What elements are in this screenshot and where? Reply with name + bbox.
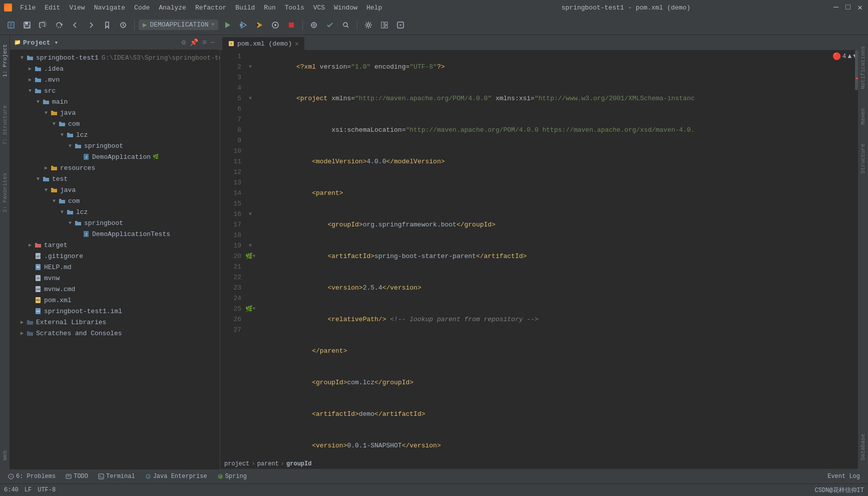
sidebar-right-database[interactable]: Database — [859, 430, 867, 464]
code-editor[interactable]: <?xml version="1.0" encoding="UTF-8"?> <… — [255, 50, 851, 458]
gutter-line-20[interactable]: 🌿 ▼ — [245, 251, 255, 262]
tree-arrow-springboot[interactable]: ▼ — [66, 142, 74, 150]
terminal-btn[interactable]: Terminal — [94, 472, 139, 481]
tree-item-scratches[interactable]: ▶ Scratches and Consoles — [10, 328, 220, 339]
tree-arrow-test-java[interactable]: ▼ — [42, 186, 50, 194]
tree-arrow-main[interactable]: ▼ — [34, 98, 42, 106]
menu-code[interactable]: Code — [130, 3, 154, 13]
project-settings-icon[interactable]: ⚙ — [181, 37, 187, 48]
sidebar-label-web[interactable]: Web — [1, 446, 9, 464]
tree-item-mvnwcmd[interactable]: ▶ cmd mvnw.cmd — [10, 284, 220, 295]
menu-edit[interactable]: Edit — [41, 3, 64, 13]
menu-analyze[interactable]: Analyze — [155, 3, 190, 13]
toolbar-history-btn[interactable] — [116, 18, 130, 32]
run-btn[interactable] — [220, 18, 234, 32]
sidebar-label-structure[interactable]: 7: Structure — [1, 101, 9, 149]
tree-item-java[interactable]: ▼ java — [10, 107, 220, 118]
menu-vcs[interactable]: VCS — [309, 3, 329, 13]
stop-btn[interactable] — [284, 18, 298, 32]
menu-view[interactable]: View — [65, 3, 89, 13]
settings-btn[interactable] — [361, 18, 375, 32]
toolbar-forward-btn[interactable] — [84, 18, 98, 32]
tab-close-pomxml[interactable]: ✕ — [295, 40, 298, 48]
tree-arrow-resources[interactable]: ▶ — [42, 164, 50, 172]
toolbar-project-icon[interactable] — [4, 18, 18, 32]
tree-item-src[interactable]: ▼ src — [10, 85, 220, 96]
breadcrumb-project[interactable]: project — [224, 460, 249, 467]
gutter-line-2[interactable]: ▼ — [245, 62, 255, 72]
tree-item-test-com[interactable]: ▼ com — [10, 195, 220, 206]
tree-item-test-springboot[interactable]: ▼ springboot — [10, 217, 220, 228]
debug-btn[interactable] — [236, 18, 250, 32]
tree-item-springboot[interactable]: ▼ springboot — [10, 140, 220, 151]
problems-btn[interactable]: ! 6: Problems — [4, 472, 60, 481]
tab-pomxml[interactable]: X pom.xml (demo) ✕ — [222, 37, 304, 50]
profile-btn[interactable] — [268, 18, 282, 32]
tree-item-root[interactable]: ▼ springboot-test1 G:\IDEA\S3\Spring\spr… — [10, 52, 220, 63]
tree-item-com[interactable]: ▼ com — [10, 118, 220, 129]
tree-item-demoapptest[interactable]: ▶ J DemoApplicationTests — [10, 228, 220, 239]
menu-run[interactable]: Run — [260, 3, 279, 13]
tree-item-demoapplication[interactable]: ▶ J DemoApplication 🌿 — [10, 151, 220, 162]
menu-window[interactable]: Window — [330, 3, 361, 13]
sidebar-right-maven[interactable]: Maven — [859, 104, 867, 129]
sidebar-right-structure[interactable]: Structure — [859, 140, 867, 177]
tree-item-target[interactable]: ▶ target — [10, 239, 220, 251]
project-pin-icon[interactable]: 📌 — [189, 37, 199, 48]
tree-item-mvnw[interactable]: ▶ sh mvnw — [10, 273, 220, 284]
coverage-btn[interactable] — [252, 18, 266, 32]
tree-item-pomxml[interactable]: ▶ XML pom.xml — [10, 295, 220, 306]
status-encoding[interactable]: UTF-8 — [38, 486, 56, 493]
tree-item-lcz[interactable]: ▼ lcz — [10, 129, 220, 140]
tree-item-helpmd[interactable]: ▶ MD HELP.md — [10, 262, 220, 273]
spring-btn[interactable]: 🌿 Spring — [213, 472, 251, 481]
menu-tools[interactable]: Tools — [281, 3, 308, 13]
sidebar-label-project[interactable]: 1: Project — [1, 40, 9, 81]
tree-arrow-test-springboot[interactable]: ▼ — [66, 219, 74, 227]
sidebar-right-notifications[interactable]: Notifications — [859, 42, 867, 93]
tree-arrow-mvn[interactable]: ▶ — [26, 76, 34, 84]
menu-file[interactable]: File — [16, 3, 40, 13]
breadcrumb-parent[interactable]: parent — [257, 460, 279, 467]
status-lf[interactable]: LF — [25, 486, 32, 493]
tree-arrow-src[interactable]: ▼ — [26, 87, 34, 95]
tree-item-mvn[interactable]: ▶ .mvn — [10, 74, 220, 85]
project-gear-icon[interactable]: ≡ — [201, 38, 207, 48]
right-scrollbar[interactable]: 🔴 4 ▲ ▼ — [851, 50, 858, 458]
menu-build[interactable]: Build — [231, 3, 259, 13]
tree-item-resources[interactable]: ▶ resources — [10, 162, 220, 173]
toolbar-search-btn[interactable] — [339, 18, 353, 32]
gutter-line-5[interactable]: ▼ — [245, 93, 255, 104]
gutter-line-25[interactable]: 🌿 ▼ — [245, 304, 255, 314]
java-enterprise-btn[interactable]: J Java Enterprise — [141, 472, 211, 481]
gutter-line-16[interactable]: ▼ — [245, 209, 255, 219]
toolbar-save-btn[interactable] — [20, 18, 34, 32]
tree-item-test-java[interactable]: ▼ java — [10, 184, 220, 195]
tree-item-test-lcz[interactable]: ▼ lcz — [10, 206, 220, 217]
status-line-col[interactable]: 6:40 — [4, 486, 19, 493]
event-log-btn[interactable]: Event Log — [823, 472, 864, 481]
tree-arrow-java[interactable]: ▼ — [42, 109, 50, 117]
tree-arrow-test[interactable]: ▼ — [34, 175, 42, 183]
project-close-icon[interactable]: ─ — [210, 38, 216, 48]
toolbar-save-all-btn[interactable] — [36, 18, 50, 32]
close-button[interactable]: ✕ — [856, 4, 864, 12]
tree-arrow-test-lcz[interactable]: ▼ — [58, 208, 66, 216]
toolbar-sync-btn[interactable] — [52, 18, 66, 32]
tree-arrow-extlibs[interactable]: ▶ — [18, 318, 26, 326]
breadcrumb-groupid[interactable]: groupId — [286, 460, 311, 467]
toolbar-bookmark-btn[interactable] — [100, 18, 114, 32]
gutter-line-19[interactable]: ▼ — [245, 240, 255, 251]
maximize-button[interactable]: □ — [844, 4, 852, 12]
tree-item-gitignore[interactable]: ▶ .git .gitignore — [10, 251, 220, 262]
scrollbar-thumb[interactable] — [855, 50, 858, 90]
tree-arrow-target[interactable]: ▶ — [26, 241, 34, 249]
run-configuration[interactable]: ▶ DEMOAPPLICATION ▼ — [139, 20, 218, 30]
layout-btn[interactable] — [377, 18, 391, 32]
tree-arrow-com[interactable]: ▼ — [50, 120, 58, 128]
tree-item-iml[interactable]: ▶ iml springboot-test1.iml — [10, 306, 220, 317]
toolbar-back-btn[interactable] — [68, 18, 82, 32]
vcs-update-btn[interactable] — [307, 18, 321, 32]
tree-arrow-scratches[interactable]: ▶ — [18, 329, 26, 337]
tree-arrow-idea[interactable]: ▶ — [26, 65, 34, 73]
